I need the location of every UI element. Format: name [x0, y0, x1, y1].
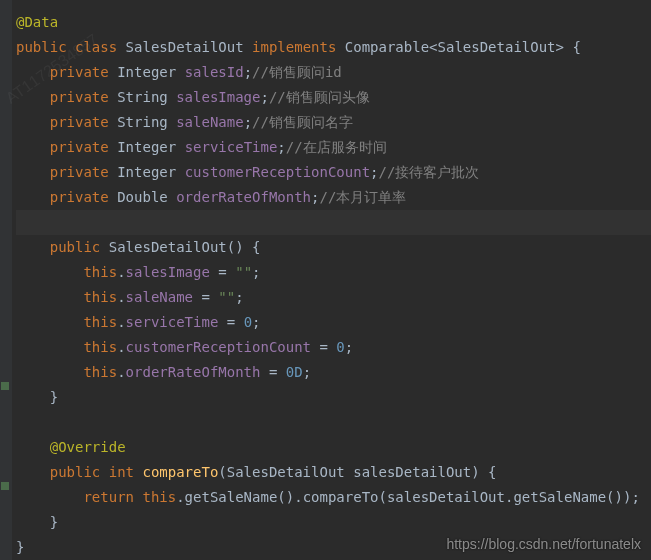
code-line: @Data: [16, 10, 651, 35]
code-line: private Integer salesId;//销售顾问id: [16, 60, 651, 85]
code-line: private Integer serviceTime;//在店服务时间: [16, 135, 651, 160]
code-line: this.saleName = "";: [16, 285, 651, 310]
code-line: }: [16, 385, 651, 410]
code-line: @Override: [16, 435, 651, 460]
code-line: public int compareTo(SalesDetailOut sale…: [16, 460, 651, 485]
code-line: private String saleName;//销售顾问名字: [16, 110, 651, 135]
gutter-change-marker: [1, 482, 9, 490]
code-line: private Double orderRateOfMonth;//本月订单率: [16, 185, 651, 210]
gutter: [0, 0, 12, 560]
code-line: this.orderRateOfMonth = 0D;: [16, 360, 651, 385]
code-line: this.salesImage = "";: [16, 260, 651, 285]
code-line: public class SalesDetailOut implements C…: [16, 35, 651, 60]
code-line: private Integer customerReceptionCount;/…: [16, 160, 651, 185]
code-line: this.customerReceptionCount = 0;: [16, 335, 651, 360]
watermark: https://blog.csdn.net/fortunatelx: [446, 536, 641, 552]
code-line-highlighted: [16, 210, 651, 235]
code-line: public SalesDetailOut() {: [16, 235, 651, 260]
code-line: this.serviceTime = 0;: [16, 310, 651, 335]
code-line: return this.getSaleName().compareTo(sale…: [16, 485, 651, 510]
code-line: private String salesImage;//销售顾问头像: [16, 85, 651, 110]
code-line: }: [16, 510, 651, 535]
code-editor[interactable]: @Datapublic class SalesDetailOut impleme…: [0, 0, 651, 560]
code-area[interactable]: @Datapublic class SalesDetailOut impleme…: [12, 0, 651, 560]
gutter-change-marker: [1, 382, 9, 390]
code-line: [16, 410, 651, 435]
